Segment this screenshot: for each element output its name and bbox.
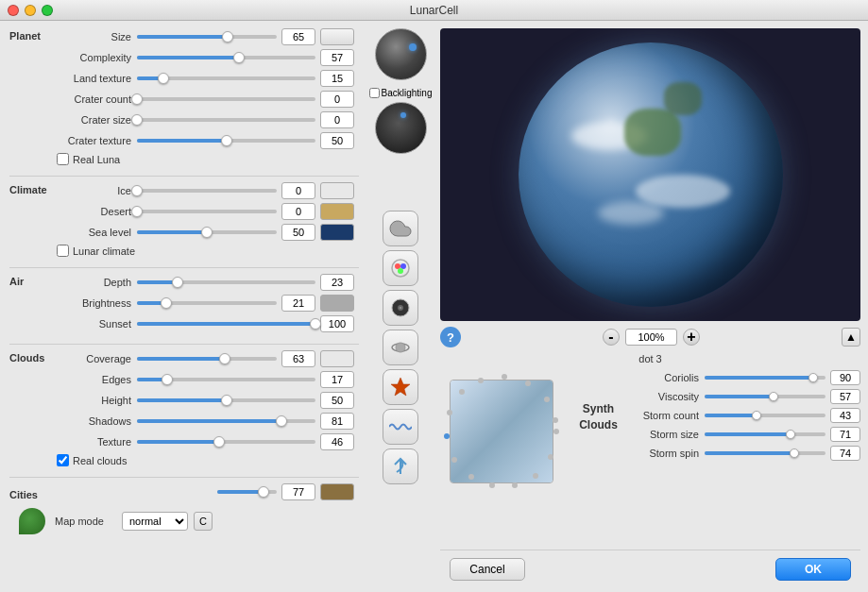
storm-count-value[interactable] [830,408,860,423]
crater-count-label: Crater count [57,93,137,105]
zoom-plus-button[interactable]: + [683,329,700,346]
cities-value[interactable] [281,483,315,500]
ice-slider[interactable] [137,189,277,193]
height-value[interactable] [320,392,354,409]
size-slider[interactable] [137,35,277,39]
viscosity-slider[interactable] [705,395,825,398]
brightness-value[interactable] [281,295,315,312]
coriolis-value[interactable] [830,370,860,385]
ice-color-swatch[interactable] [320,182,354,199]
climate-section: Climate Ice Desert [9,182,359,260]
crater-texture-slider[interactable] [137,139,315,143]
real-luna-checkbox[interactable] [57,153,69,165]
texture-row: Texture [57,433,354,450]
star-icon-btn[interactable] [383,369,418,405]
texture-value[interactable] [320,433,354,450]
sunset-slider[interactable] [137,322,315,326]
arrow-icon-btn[interactable] [383,448,418,484]
lunar-climate-label: Lunar climate [73,245,135,257]
shadows-value[interactable] [320,413,354,430]
complexity-slider[interactable] [137,56,315,59]
brightness-slider[interactable] [137,301,277,305]
zoom-arrow-button[interactable]: ▲ [842,328,860,347]
climate-section-label: Climate [9,184,57,195]
height-slider[interactable] [137,398,315,402]
colors-icon-btn[interactable] [383,250,418,286]
backlighting-label: Backlighting [382,88,433,98]
land-texture-slider[interactable] [137,76,315,80]
depth-slider[interactable] [137,280,315,284]
depth-value[interactable] [320,274,354,291]
window-controls[interactable] [8,5,53,16]
coverage-value[interactable] [281,350,315,367]
storm-spin-slider[interactable] [705,451,825,455]
sea-level-slider[interactable] [137,230,277,234]
sea-level-row: Sea level [57,224,354,241]
wave-icon-btn[interactable] [383,409,418,445]
svg-point-13 [533,473,538,479]
ice-value[interactable] [281,182,315,199]
crater-size-value[interactable] [320,111,354,128]
shadows-slider[interactable] [137,419,315,423]
clouds-icon-btn[interactable] [383,211,418,246]
map-c-button[interactable]: C [194,512,213,531]
disc-icon-btn[interactable] [383,290,418,326]
backlighting-checkbox[interactable] [369,88,380,98]
climate-params: Ice Desert [57,182,354,260]
divider-1 [9,176,359,177]
edges-slider[interactable] [137,378,315,381]
real-clouds-checkbox[interactable] [57,454,69,466]
storm-size-slider[interactable] [705,432,825,436]
storm-size-value[interactable] [830,427,860,442]
storm-size-row: Storm size [634,427,860,442]
complexity-value[interactable] [320,49,354,66]
desert-slider[interactable] [137,210,277,213]
size-extra-btn[interactable] [320,28,354,45]
zoom-value-input[interactable] [625,329,677,346]
viscosity-value[interactable] [830,389,860,404]
crater-texture-value[interactable] [320,132,354,149]
map-mode-select[interactable]: normal bump specular [122,512,188,531]
zoom-minus-button[interactable]: - [603,329,620,346]
map-mode-row: Map mode normal bump specular C [19,508,359,534]
desert-color-swatch[interactable] [320,203,354,220]
edges-value[interactable] [320,371,354,388]
crater-count-value[interactable] [320,91,354,108]
cities-slider[interactable] [217,490,277,494]
texture-slider[interactable] [137,440,315,444]
coverage-label: Coverage [57,353,137,364]
brightness-color-swatch[interactable] [320,295,354,312]
crater-count-slider[interactable] [137,97,315,101]
coriolis-slider[interactable] [705,376,825,380]
svg-point-17 [451,457,457,463]
maximize-button[interactable] [42,5,53,16]
air-section-label: Air [9,276,57,287]
land-texture-value[interactable] [320,70,354,87]
sea-level-value[interactable] [281,224,315,241]
ok-button[interactable]: OK [775,558,851,581]
svg-point-20 [459,389,465,395]
desert-value[interactable] [281,203,315,220]
coverage-slider[interactable] [137,357,277,361]
storm-spin-value[interactable] [830,446,860,461]
coverage-row: Coverage [57,350,354,367]
storm-count-slider[interactable] [705,414,825,417]
rings-icon-btn[interactable] [383,330,418,365]
crater-size-slider[interactable] [137,118,315,122]
sunset-value[interactable] [320,315,354,332]
minimize-button[interactable] [25,5,36,16]
help-button[interactable]: ? [440,327,461,347]
cities-color-swatch[interactable] [320,483,354,500]
desert-label: Desert [57,206,137,217]
lunar-climate-checkbox[interactable] [57,245,69,257]
cities-params [57,483,354,504]
size-value[interactable] [281,28,315,45]
air-section: Air Depth Brightness [9,274,359,336]
cancel-button[interactable]: Cancel [450,558,525,581]
coverage-color-swatch[interactable] [320,350,354,367]
storm-spin-row: Storm spin [634,446,860,461]
close-button[interactable] [8,5,19,16]
coriolis-label: Coriolis [634,372,705,383]
sea-color-swatch[interactable] [320,224,354,241]
lunar-climate-row: Lunar climate [57,245,354,257]
